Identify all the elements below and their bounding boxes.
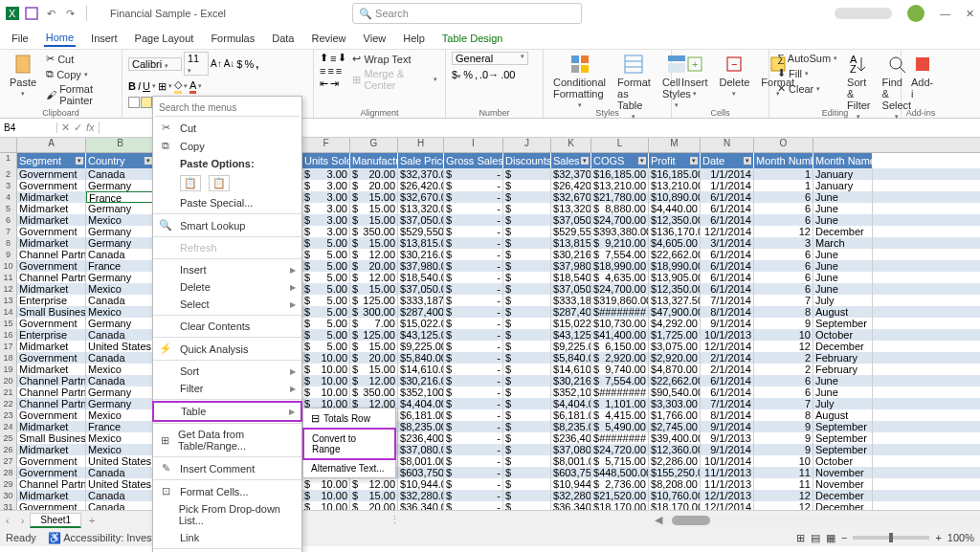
col-head-M[interactable]: M	[649, 138, 701, 152]
menu-review[interactable]: Review	[309, 31, 347, 46]
menu-item-select[interactable]: Select▶	[153, 296, 301, 313]
col-head-I[interactable]: I	[444, 138, 503, 152]
underline-icon[interactable]: U	[143, 80, 150, 92]
menu-home[interactable]: Home	[44, 30, 76, 47]
search-box[interactable]: 🔍 Search	[352, 3, 582, 24]
table-row[interactable]: 22Channel PartnersGermany$367$10.00$12.0…	[0, 398, 980, 409]
table-header[interactable]: Segment▾	[17, 153, 86, 168]
menu-page-layout[interactable]: Page Layout	[133, 31, 196, 46]
clear-button[interactable]: ✕Clear▾	[775, 81, 839, 96]
align-bot-icon[interactable]: ⬇	[338, 52, 346, 64]
autosum-button[interactable]: ∑AutoSum▾	[775, 52, 839, 65]
enter-fx-icon[interactable]: ✓	[74, 121, 82, 134]
table-row[interactable]: 18GovernmentCanada$292$10.00$20.00$5,840…	[0, 352, 980, 364]
fill-color-icon[interactable]: ◇	[174, 78, 182, 94]
delete-button[interactable]: −Delete▾	[716, 52, 754, 99]
menu-item-insert[interactable]: Insert▶	[153, 261, 301, 278]
table-row[interactable]: 21Channel PartnersGermany$1006$10.00$350…	[0, 386, 980, 398]
paste-button[interactable]: Paste▾	[6, 52, 40, 99]
menu-item-paste-options-[interactable]: Paste Options:	[153, 155, 301, 172]
zoom-out-icon[interactable]: −	[841, 532, 847, 543]
menu-item-delete[interactable]: Delete▶	[153, 278, 301, 296]
table-header[interactable]: Sales▾	[551, 153, 591, 168]
next-sheet-icon[interactable]: ›	[15, 515, 31, 526]
menu-item-get-data-from-table-range-[interactable]: ⊞Get Data from Table/Range...	[153, 426, 301, 454]
menu-item-insert-comment[interactable]: ✎Insert Comment	[153, 459, 301, 477]
account-name[interactable]	[835, 8, 892, 19]
zoom-level[interactable]: 100%	[947, 532, 974, 543]
table-row[interactable]: 10GovernmentFrance$1899$5.00$20.00$37,98…	[0, 260, 980, 272]
table-row[interactable]: 9Channel PartnersCanada$2518$5.00$12.00$…	[0, 249, 980, 260]
minimize-icon[interactable]: —	[940, 8, 950, 19]
merge-button[interactable]: ⊞Merge & Center▾	[350, 67, 439, 92]
format-painter-button[interactable]: 🖌Format Painter	[44, 82, 116, 107]
menu-item-copy[interactable]: ⧉Copy	[153, 137, 301, 155]
table-row[interactable]: 15GovernmentGermany$2146$5.00$7.00$15,02…	[0, 318, 980, 329]
table-header[interactable]: Country▾	[86, 153, 155, 168]
table-row[interactable]: 11Channel PartnersGermany$1545$5.00$12.0…	[0, 272, 980, 283]
fill-button[interactable]: ⬇Fill▾	[775, 66, 839, 80]
align-right-icon[interactable]: ≡	[336, 65, 342, 77]
menu-file[interactable]: File	[10, 31, 31, 46]
menu-formulas[interactable]: Formulas	[209, 31, 256, 46]
menu-item-cut[interactable]: ✂Cut	[153, 119, 301, 137]
menu-item-filter[interactable]: Filter▶	[153, 380, 301, 397]
table-row[interactable]: 25Small BusinessMexico$788$10.00$300.00$…	[0, 432, 980, 444]
table-row[interactable]: 27GovernmentUnited States of A$1143$10.0…	[0, 455, 980, 467]
col-head-B[interactable]: B	[86, 138, 155, 152]
sheet-tab[interactable]: Sheet1	[30, 513, 81, 528]
menu-data[interactable]: Data	[270, 31, 296, 46]
font-size-select[interactable]: 11 ▾	[184, 52, 209, 76]
menu-item-quick-analysis[interactable]: ⚡Quick Analysis	[153, 340, 301, 358]
fx-icon[interactable]: fx	[86, 121, 95, 134]
spreadsheet-grid[interactable]: ABCDEFGHIJKLMNO 1Segment▾Country▾nd▾Unit…	[0, 138, 980, 510]
col-head-G[interactable]: G	[350, 138, 398, 152]
table-row[interactable]: 30MidmarketCanada$2152$10.00$15.00$32,28…	[0, 490, 980, 501]
menu-item-paste-special-[interactable]: Paste Special...	[153, 194, 301, 211]
avatar[interactable]	[907, 5, 924, 22]
zoom-in-icon[interactable]: +	[935, 532, 941, 543]
decrease-font-icon[interactable]: A↓	[224, 58, 235, 69]
align-left-icon[interactable]: ≡	[320, 65, 325, 77]
paste-option-icon[interactable]: 📋	[180, 175, 201, 191]
menu-help[interactable]: Help	[401, 31, 427, 46]
menu-item-table[interactable]: Table▶	[152, 401, 302, 422]
horizontal-scrollbar[interactable]: ◀	[655, 515, 980, 526]
cancel-fx-icon[interactable]: ✕	[61, 121, 70, 134]
align-mid-icon[interactable]: ≡	[330, 53, 336, 64]
font-color-icon[interactable]: A	[189, 79, 196, 94]
table-row[interactable]: 20Channel PartnersCanada$2518$10.00$12.0…	[0, 375, 980, 386]
menu-item-link[interactable]: Link	[153, 529, 301, 546]
table-row[interactable]: 26MidmarketMexico$2472$10.00$15.00$37,08…	[0, 444, 980, 455]
cut-button[interactable]: ✂Cut	[44, 52, 116, 66]
currency-icon[interactable]: $	[236, 58, 242, 70]
view-break-icon[interactable]: ▦	[826, 532, 835, 544]
table-row[interactable]: 2GovernmentCanada$1618.5$3.00$20.00$32,3…	[0, 168, 980, 180]
increase-font-icon[interactable]: A↑	[211, 58, 222, 69]
currency-btn[interactable]: $▾	[452, 69, 461, 80]
insert-button[interactable]: +Insert▾	[678, 52, 712, 99]
comma-btn[interactable]: ,	[475, 69, 478, 80]
menu-view[interactable]: View	[362, 31, 389, 46]
table-row[interactable]: 8MidmarketGermany$921$5.00$15.00$13,815.…	[0, 237, 980, 249]
menu-item-sort[interactable]: Sort▶	[153, 363, 301, 380]
paste-option-icon[interactable]: 📋	[209, 175, 230, 191]
dec-decimal-icon[interactable]: .00	[501, 69, 515, 80]
border-icon[interactable]: ⊞	[158, 80, 167, 93]
font-name-select[interactable]: Calibri ▾	[128, 57, 182, 71]
copy-button[interactable]: ⧉Copy▾	[44, 67, 116, 81]
menu-item-clear-contents[interactable]: Clear Contents	[153, 318, 301, 335]
comma-icon[interactable]: ,	[256, 58, 258, 70]
table-header[interactable]: Month Name▾	[813, 153, 873, 168]
table-row[interactable]: 24MidmarketFrance$549$10.00$15.00$8,235.…	[0, 421, 980, 432]
table-row[interactable]: 6MidmarketMexico$2470$3.00$15.00$37,050.…	[0, 214, 980, 226]
zoom-slider[interactable]	[853, 536, 929, 540]
table-header[interactable]: Sale Price▾	[398, 153, 444, 168]
table-row[interactable]: 28GovernmentCanada$1725$10.00$350.00$603…	[0, 467, 980, 478]
italic-icon[interactable]: I	[138, 80, 141, 92]
menu-item-format-cells-[interactable]: ⊡Format Cells...	[153, 482, 301, 500]
submenu-item-totals-row[interactable]: ⊟Totals Row	[303, 408, 395, 429]
cond-format-button[interactable]: Conditional Formatting▾	[549, 52, 610, 111]
table-row[interactable]: 29Channel PartnersUnited States of A$912…	[0, 478, 980, 490]
table-header[interactable]: Gross Sales▾	[444, 153, 503, 168]
